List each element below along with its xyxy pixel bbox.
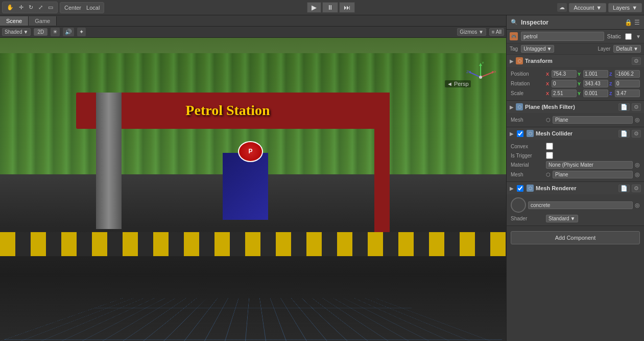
scale-tool-btn[interactable]: ⤢ <box>36 3 45 12</box>
lighting-btn[interactable]: ☀ <box>51 28 60 36</box>
mesh-filter-body: Mesh ⬡ Plane ◎ <box>507 113 644 127</box>
material-target-icon[interactable]: ◎ <box>635 202 640 209</box>
rotation-label: Rotation <box>511 81 544 86</box>
scale-z-input[interactable] <box>615 89 640 97</box>
mesh-collider-header[interactable]: ▶ ⬡ Mesh Collider 📄 ⚙ <box>507 127 644 140</box>
2d-btn[interactable]: 2D <box>34 28 47 36</box>
lock-icon[interactable]: 🔒 <box>625 19 632 26</box>
shader-label: Shader <box>511 216 544 221</box>
mesh-filter-mesh-value-row: ⬡ Plane ◎ <box>546 116 640 124</box>
tag-layer-row: Tag Untagged ▼ Layer Default ▼ <box>507 43 644 55</box>
is-trigger-row: Is Trigger <box>511 151 640 160</box>
pos-x-label: X <box>546 72 551 77</box>
mesh-filter-settings-icon[interactable]: ⚙ <box>632 103 641 111</box>
mesh-filter-header[interactable]: ▶ ⬡ Plane (Mesh Filter) 📄 ⚙ <box>507 101 644 113</box>
gizmos-dropdown[interactable]: Gizmos ▼ <box>457 28 486 36</box>
convex-checkbox[interactable] <box>546 143 553 150</box>
transform-header[interactable]: ▶ ⬡ Transform ⚙ <box>507 55 644 67</box>
mesh-filter-target-icon[interactable]: ◎ <box>635 117 640 123</box>
pos-z-input[interactable] <box>615 70 640 78</box>
rot-x-input[interactable] <box>552 80 577 87</box>
scale-y-group: Y <box>578 89 608 97</box>
pivot-group: Center Local <box>60 2 104 13</box>
blue-box <box>223 153 268 219</box>
tag-dropdown[interactable]: Untagged ▼ <box>521 45 554 53</box>
mesh-collider-enable-checkbox[interactable] <box>517 130 523 137</box>
all-dropdown[interactable]: ≡ All <box>489 28 504 36</box>
mesh-renderer-page-icon[interactable]: 📄 <box>618 185 630 192</box>
collider-mesh-value: Plane <box>553 171 633 178</box>
collider-material-label: Material <box>511 162 544 168</box>
collider-mesh-icon: ⬡ <box>546 172 551 177</box>
p-symbol: P <box>249 148 253 155</box>
account-dropdown[interactable]: Account ▼ <box>569 3 606 12</box>
center-btn[interactable]: Center <box>62 4 83 12</box>
mesh-renderer-buttons: 📄 ⚙ <box>618 185 641 192</box>
pos-x-input[interactable] <box>552 70 577 78</box>
mesh-renderer-component-icon: ⬡ <box>527 185 534 192</box>
rot-z-input[interactable] <box>615 80 640 87</box>
collider-material-target-icon[interactable]: ◎ <box>635 162 640 168</box>
mesh-collider-buttons: 📄 ⚙ <box>618 130 641 138</box>
main-layout: Scene Game Shaded ▼ 2D ☀ 🔊 ✦ Gizmos ▼ ≡ … <box>0 15 644 341</box>
move-tool-btn[interactable]: ✛ <box>17 3 26 12</box>
rot-x-label: X <box>546 81 551 86</box>
shaded-dropdown[interactable]: Shaded ▼ <box>2 28 31 36</box>
is-trigger-checkbox[interactable] <box>546 152 553 159</box>
position-xyz: X Y Z <box>546 70 640 78</box>
mesh-renderer-header[interactable]: ▶ ⬡ Mesh Renderer 📄 ⚙ <box>507 182 644 194</box>
static-checkbox[interactable] <box>625 33 632 40</box>
svg-text:Y: Y <box>482 62 485 65</box>
rot-y-group: Y <box>578 80 608 87</box>
rot-y-input[interactable] <box>583 80 608 87</box>
scale-x-group: X <box>546 89 577 97</box>
shader-dropdown[interactable]: Standard ▼ <box>546 215 578 222</box>
scale-label: Scale <box>511 90 544 96</box>
inspector-icon: 🔍 <box>511 19 518 26</box>
audio-btn[interactable]: 🔊 <box>63 28 74 36</box>
rotate-tool-btn[interactable]: ↻ <box>27 3 35 12</box>
mesh-renderer-section: ▶ ⬡ Mesh Renderer 📄 ⚙ concrete ◎ Shader <box>507 182 644 226</box>
tab-scene[interactable]: Scene <box>0 16 29 26</box>
static-chevron-icon[interactable]: ▼ <box>636 34 641 39</box>
collider-mesh-target-icon[interactable]: ◎ <box>635 171 640 178</box>
inspector-title: Inspector <box>521 19 622 26</box>
cloud-btn[interactable]: ☁ <box>557 3 567 12</box>
hand-tool-btn[interactable]: ✋ <box>5 3 16 12</box>
scale-x-input[interactable] <box>552 89 577 97</box>
mesh-renderer-enable-checkbox[interactable] <box>517 185 523 192</box>
pause-btn[interactable]: ⏸ <box>322 2 338 13</box>
svg-line-6 <box>469 72 481 77</box>
mesh-collider-settings-icon[interactable]: ⚙ <box>632 130 641 138</box>
transform-settings-icon[interactable]: ⚙ <box>632 57 641 65</box>
viewport-controls: Shaded ▼ 2D ☀ 🔊 ✦ Gizmos ▼ ≡ All <box>0 27 506 38</box>
scale-y-label: Y <box>578 91 583 96</box>
layers-dropdown[interactable]: Layers ▼ <box>608 3 642 12</box>
local-btn[interactable]: Local <box>84 4 102 12</box>
rect-tool-btn[interactable]: ▭ <box>46 3 55 12</box>
mesh-filter-page-icon[interactable]: 📄 <box>618 103 630 111</box>
scale-y-input[interactable] <box>583 89 608 97</box>
mesh-filter-mesh-label: Mesh <box>511 117 544 123</box>
convex-label: Convex <box>511 144 544 149</box>
fx-btn[interactable]: ✦ <box>77 28 86 36</box>
mesh-collider-page-icon[interactable]: 📄 <box>618 130 630 138</box>
toolbar-right: ☁ Account ▼ Layers ▼ <box>557 3 642 12</box>
scene-canvas[interactable]: Petrol Station P ◄ Persp <box>0 38 506 341</box>
transform-tools-group: ✋ ✛ ↻ ⤢ ▭ <box>2 2 58 13</box>
pos-x-group: X <box>546 70 577 78</box>
menu-icon[interactable]: ☰ <box>634 19 640 26</box>
add-component-button[interactable]: Add Component <box>511 231 640 244</box>
pos-y-input[interactable] <box>583 70 608 78</box>
play-btn[interactable]: ▶ <box>307 2 321 13</box>
material-name: concrete <box>528 201 633 209</box>
tab-game[interactable]: Game <box>29 16 57 26</box>
convex-row: Convex <box>511 142 640 151</box>
pillar-right <box>374 93 390 244</box>
collider-mesh-label: Mesh <box>511 172 544 177</box>
object-name-input[interactable] <box>521 32 604 41</box>
mesh-renderer-settings-icon[interactable]: ⚙ <box>632 185 641 192</box>
step-btn[interactable]: ⏭ <box>339 2 355 13</box>
layer-dropdown[interactable]: Default ▼ <box>613 45 641 53</box>
shaded-chevron-icon: ▼ <box>23 29 28 35</box>
